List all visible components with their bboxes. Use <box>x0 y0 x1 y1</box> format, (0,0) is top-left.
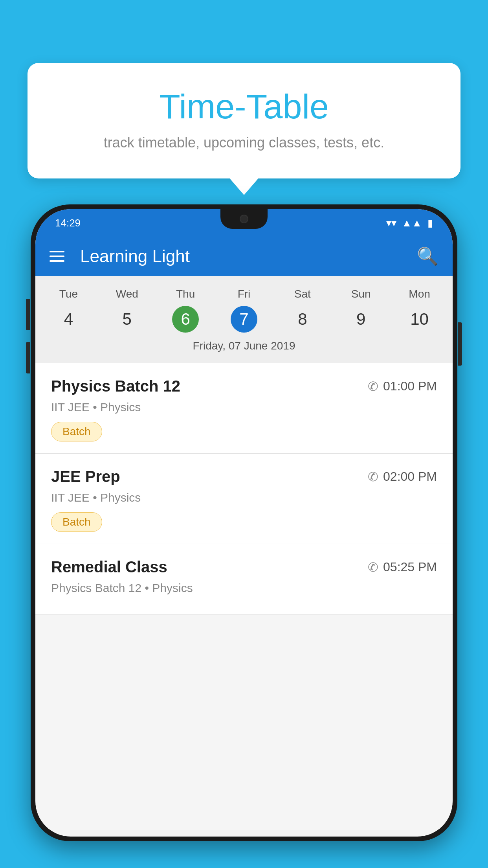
tooltip-subtitle: track timetable, upcoming classes, tests… <box>59 134 429 151</box>
hamburger-line <box>50 256 64 257</box>
day-headers: Tue Wed Thu Fri Sat Sun Mon <box>35 284 453 304</box>
day-header-sat: Sat <box>273 284 332 304</box>
batch-tag-1: Batch <box>51 512 102 532</box>
day-numbers: 4 5 6 7 8 9 10 <box>35 304 453 334</box>
hamburger-line <box>50 251 64 252</box>
day-9[interactable]: 9 <box>332 304 390 334</box>
hamburger-menu-icon[interactable] <box>50 251 64 262</box>
clock-icon-1: ✆ <box>368 469 378 484</box>
schedule-list: Physics Batch 12 ✆ 01:00 PM IIT JEE • Ph… <box>35 363 453 615</box>
clock-icon-0: ✆ <box>368 379 378 394</box>
schedule-title-2: Remedial Class <box>51 558 167 576</box>
day-header-wed: Wed <box>98 284 156 304</box>
day-5[interactable]: 5 <box>98 304 156 334</box>
schedule-item-header-1: JEE Prep ✆ 02:00 PM <box>51 468 437 485</box>
tooltip-card: Time-Table track timetable, upcoming cla… <box>28 63 460 178</box>
schedule-time-value-1: 02:00 PM <box>383 469 437 484</box>
schedule-item-0[interactable]: Physics Batch 12 ✆ 01:00 PM IIT JEE • Ph… <box>35 363 453 454</box>
calendar-strip: Tue Wed Thu Fri Sat Sun Mon 4 5 6 7 8 9 … <box>35 276 453 363</box>
search-icon[interactable]: 🔍 <box>417 246 438 267</box>
day-header-sun: Sun <box>332 284 390 304</box>
day-6-today[interactable]: 6 <box>172 306 199 333</box>
schedule-time-1: ✆ 02:00 PM <box>368 469 437 484</box>
schedule-time-0: ✆ 01:00 PM <box>368 379 437 394</box>
day-header-fri: Fri <box>215 284 273 304</box>
schedule-item-2[interactable]: Remedial Class ✆ 05:25 PM Physics Batch … <box>35 544 453 615</box>
schedule-item-header-0: Physics Batch 12 ✆ 01:00 PM <box>51 377 437 395</box>
day-8[interactable]: 8 <box>273 304 332 334</box>
tooltip-title: Time-Table <box>59 86 429 127</box>
power-button <box>458 322 462 366</box>
battery-icon: ▮ <box>427 217 433 229</box>
selected-date-label: Friday, 07 June 2019 <box>35 334 453 359</box>
status-icons: ▾▾ ▲▲ ▮ <box>386 217 433 229</box>
day-4[interactable]: 4 <box>39 304 98 334</box>
app-title: Learning Light <box>76 246 405 266</box>
schedule-subtitle-2: Physics Batch 12 • Physics <box>51 581 437 595</box>
schedule-time-value-0: 01:00 PM <box>383 379 437 394</box>
phone-outer: 14:29 ▾▾ ▲▲ ▮ Learning Light 🔍 <box>31 204 457 841</box>
schedule-time-value-2: 05:25 PM <box>383 560 437 574</box>
phone-notch <box>220 209 268 229</box>
schedule-subtitle-1: IIT JEE • Physics <box>51 491 437 504</box>
schedule-title-0: Physics Batch 12 <box>51 377 180 395</box>
schedule-item-header-2: Remedial Class ✆ 05:25 PM <box>51 558 437 576</box>
day-header-thu: Thu <box>156 284 215 304</box>
schedule-item-1[interactable]: JEE Prep ✆ 02:00 PM IIT JEE • Physics Ba… <box>35 454 453 544</box>
hamburger-line <box>50 260 64 262</box>
front-camera <box>240 215 248 223</box>
day-7-selected[interactable]: 7 <box>231 306 257 333</box>
app-bar: Learning Light 🔍 <box>35 237 453 276</box>
day-10[interactable]: 10 <box>390 304 449 334</box>
status-time: 14:29 <box>55 217 81 229</box>
schedule-time-2: ✆ 05:25 PM <box>368 560 437 575</box>
schedule-title-1: JEE Prep <box>51 468 120 485</box>
signal-icon: ▲▲ <box>402 217 422 229</box>
batch-tag-0: Batch <box>51 422 102 441</box>
schedule-subtitle-0: IIT JEE • Physics <box>51 401 437 414</box>
phone-mockup: 14:29 ▾▾ ▲▲ ▮ Learning Light 🔍 <box>31 204 457 868</box>
volume-button-up <box>26 299 30 330</box>
phone-screen: 14:29 ▾▾ ▲▲ ▮ Learning Light 🔍 <box>35 209 453 837</box>
wifi-icon: ▾▾ <box>386 217 396 229</box>
volume-button-down <box>26 342 30 373</box>
day-header-mon: Mon <box>390 284 449 304</box>
clock-icon-2: ✆ <box>368 560 378 575</box>
day-header-tue: Tue <box>39 284 98 304</box>
